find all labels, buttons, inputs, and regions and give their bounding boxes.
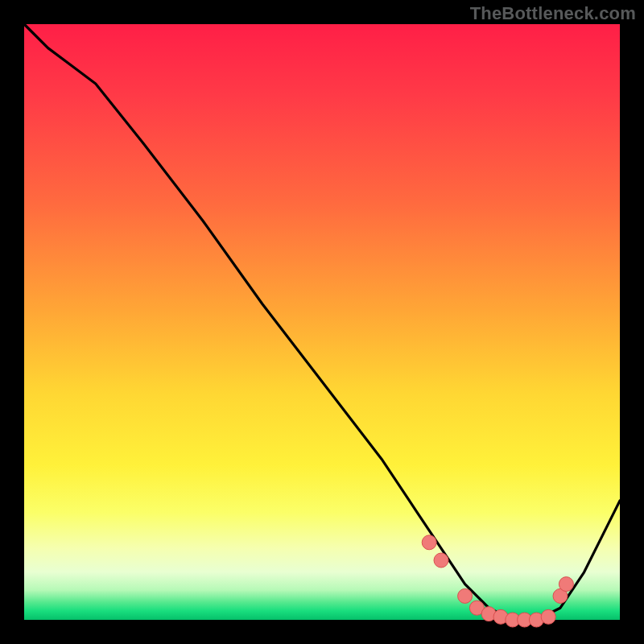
chart-container: TheBottleneck.com [0,0,644,644]
data-marker [434,553,448,568]
attribution-text: TheBottleneck.com [470,3,636,24]
plot-area [24,24,620,620]
data-marker [559,577,573,592]
data-marker [458,588,473,603]
data-marker [541,609,555,624]
data-markers [422,535,573,627]
bottleneck-curve [24,24,620,620]
data-marker [422,535,436,550]
curve-layer [24,24,620,620]
